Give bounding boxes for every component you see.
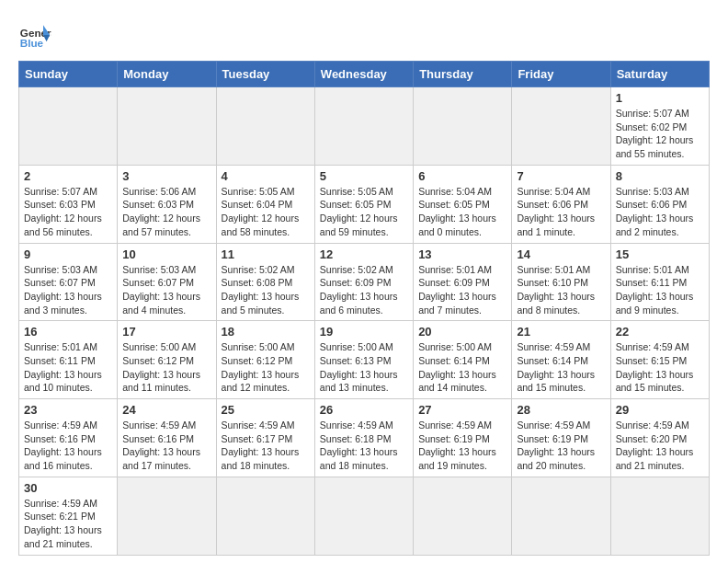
calendar-cell <box>414 87 512 166</box>
day-info: Sunrise: 5:07 AMSunset: 6:03 PMDaylight:… <box>24 185 112 239</box>
day-number: 20 <box>418 325 506 339</box>
calendar-week-row: 2Sunrise: 5:07 AMSunset: 6:03 PMDaylight… <box>19 165 710 243</box>
calendar-cell: 22Sunrise: 4:59 AMSunset: 6:15 PMDayligh… <box>610 321 709 399</box>
logo: General Blue <box>18 18 51 52</box>
calendar-cell <box>610 477 709 555</box>
calendar-cell: 6Sunrise: 5:04 AMSunset: 6:05 PMDaylight… <box>414 165 512 243</box>
day-info: Sunrise: 5:03 AMSunset: 6:07 PMDaylight:… <box>24 263 112 317</box>
day-info: Sunrise: 5:00 AMSunset: 6:12 PMDaylight:… <box>222 340 310 395</box>
day-info: Sunrise: 5:01 AMSunset: 6:10 PMDaylight:… <box>517 263 605 317</box>
day-number: 23 <box>24 403 112 417</box>
day-number: 10 <box>122 247 210 261</box>
day-number: 25 <box>222 403 310 417</box>
calendar-cell: 21Sunrise: 4:59 AMSunset: 6:14 PMDayligh… <box>512 321 610 399</box>
day-info: Sunrise: 5:00 AMSunset: 6:14 PMDaylight:… <box>418 340 506 395</box>
calendar-cell: 5Sunrise: 5:05 AMSunset: 6:05 PMDaylight… <box>314 165 413 243</box>
calendar-week-row: 9Sunrise: 5:03 AMSunset: 6:07 PMDaylight… <box>19 243 710 321</box>
day-info: Sunrise: 5:02 AMSunset: 6:08 PMDaylight:… <box>222 263 310 317</box>
day-number: 24 <box>122 403 210 417</box>
day-info: Sunrise: 5:00 AMSunset: 6:13 PMDaylight:… <box>320 340 408 395</box>
calendar-cell <box>314 477 413 555</box>
calendar-cell: 28Sunrise: 4:59 AMSunset: 6:19 PMDayligh… <box>512 399 610 477</box>
calendar-cell: 25Sunrise: 4:59 AMSunset: 6:17 PMDayligh… <box>216 399 314 477</box>
day-number: 29 <box>616 403 704 417</box>
calendar-cell <box>512 87 610 166</box>
weekday-header-wednesday: Wednesday <box>314 62 413 87</box>
day-number: 2 <box>24 169 112 183</box>
calendar-week-row: 1Sunrise: 5:07 AMSunset: 6:02 PMDaylight… <box>19 87 710 166</box>
calendar-cell: 8Sunrise: 5:03 AMSunset: 6:06 PMDaylight… <box>610 165 709 243</box>
calendar-cell: 19Sunrise: 5:00 AMSunset: 6:13 PMDayligh… <box>314 321 413 399</box>
day-number: 26 <box>320 403 408 417</box>
day-info: Sunrise: 5:04 AMSunset: 6:05 PMDaylight:… <box>418 185 506 239</box>
day-number: 28 <box>517 403 605 417</box>
calendar-cell: 24Sunrise: 4:59 AMSunset: 6:16 PMDayligh… <box>118 399 216 477</box>
day-number: 1 <box>616 91 704 105</box>
day-number: 3 <box>122 169 210 183</box>
calendar-cell <box>414 477 512 555</box>
weekday-header-tuesday: Tuesday <box>216 62 314 87</box>
day-info: Sunrise: 4:59 AMSunset: 6:17 PMDaylight:… <box>222 419 310 473</box>
logo-icon: General Blue <box>18 18 51 52</box>
calendar-cell: 18Sunrise: 5:00 AMSunset: 6:12 PMDayligh… <box>216 321 314 399</box>
day-info: Sunrise: 4:59 AMSunset: 6:19 PMDaylight:… <box>517 419 605 473</box>
day-number: 13 <box>418 247 506 261</box>
calendar-cell: 27Sunrise: 4:59 AMSunset: 6:19 PMDayligh… <box>414 399 512 477</box>
day-number: 30 <box>24 481 112 495</box>
calendar-table: SundayMondayTuesdayWednesdayThursdayFrid… <box>18 61 710 556</box>
day-info: Sunrise: 5:01 AMSunset: 6:09 PMDaylight:… <box>418 263 506 317</box>
calendar-cell: 29Sunrise: 4:59 AMSunset: 6:20 PMDayligh… <box>610 399 709 477</box>
day-number: 7 <box>517 169 605 183</box>
calendar-cell <box>216 477 314 555</box>
day-info: Sunrise: 4:59 AMSunset: 6:15 PMDaylight:… <box>616 340 704 395</box>
day-info: Sunrise: 4:59 AMSunset: 6:14 PMDaylight:… <box>517 340 605 395</box>
day-number: 9 <box>24 247 112 261</box>
calendar-cell: 7Sunrise: 5:04 AMSunset: 6:06 PMDaylight… <box>512 165 610 243</box>
calendar-cell: 17Sunrise: 5:00 AMSunset: 6:12 PMDayligh… <box>118 321 216 399</box>
calendar-cell: 20Sunrise: 5:00 AMSunset: 6:14 PMDayligh… <box>414 321 512 399</box>
calendar-cell: 9Sunrise: 5:03 AMSunset: 6:07 PMDaylight… <box>19 243 118 321</box>
weekday-header-friday: Friday <box>512 62 610 87</box>
day-info: Sunrise: 5:03 AMSunset: 6:07 PMDaylight:… <box>122 263 210 317</box>
page-header: General Blue <box>18 18 710 52</box>
day-info: Sunrise: 4:59 AMSunset: 6:21 PMDaylight:… <box>24 497 112 551</box>
day-number: 8 <box>616 169 704 183</box>
calendar-cell: 10Sunrise: 5:03 AMSunset: 6:07 PMDayligh… <box>118 243 216 321</box>
calendar-cell <box>512 477 610 555</box>
weekday-header-sunday: Sunday <box>19 62 118 87</box>
calendar-week-row: 23Sunrise: 4:59 AMSunset: 6:16 PMDayligh… <box>19 399 710 477</box>
day-info: Sunrise: 5:01 AMSunset: 6:11 PMDaylight:… <box>24 340 112 395</box>
weekday-header-saturday: Saturday <box>610 62 709 87</box>
calendar-cell: 1Sunrise: 5:07 AMSunset: 6:02 PMDaylight… <box>610 87 709 166</box>
calendar-cell <box>314 87 413 166</box>
day-number: 21 <box>517 325 605 339</box>
day-number: 14 <box>517 247 605 261</box>
calendar-cell: 4Sunrise: 5:05 AMSunset: 6:04 PMDaylight… <box>216 165 314 243</box>
day-info: Sunrise: 4:59 AMSunset: 6:19 PMDaylight:… <box>418 419 506 473</box>
day-info: Sunrise: 4:59 AMSunset: 6:20 PMDaylight:… <box>616 419 704 473</box>
calendar-cell <box>118 477 216 555</box>
day-number: 11 <box>222 247 310 261</box>
day-number: 4 <box>222 169 310 183</box>
day-info: Sunrise: 5:02 AMSunset: 6:09 PMDaylight:… <box>320 263 408 317</box>
calendar-cell <box>19 87 118 166</box>
day-info: Sunrise: 5:04 AMSunset: 6:06 PMDaylight:… <box>517 185 605 239</box>
day-number: 18 <box>222 325 310 339</box>
calendar-week-row: 30Sunrise: 4:59 AMSunset: 6:21 PMDayligh… <box>19 477 710 555</box>
weekday-header-thursday: Thursday <box>414 62 512 87</box>
calendar-cell <box>118 87 216 166</box>
day-info: Sunrise: 5:05 AMSunset: 6:04 PMDaylight:… <box>222 185 310 239</box>
calendar-cell: 3Sunrise: 5:06 AMSunset: 6:03 PMDaylight… <box>118 165 216 243</box>
calendar-cell: 2Sunrise: 5:07 AMSunset: 6:03 PMDaylight… <box>19 165 118 243</box>
day-info: Sunrise: 5:06 AMSunset: 6:03 PMDaylight:… <box>122 185 210 239</box>
day-info: Sunrise: 4:59 AMSunset: 6:18 PMDaylight:… <box>320 419 408 473</box>
calendar-cell: 26Sunrise: 4:59 AMSunset: 6:18 PMDayligh… <box>314 399 413 477</box>
day-info: Sunrise: 4:59 AMSunset: 6:16 PMDaylight:… <box>24 419 112 473</box>
day-info: Sunrise: 5:03 AMSunset: 6:06 PMDaylight:… <box>616 185 704 239</box>
calendar-cell: 15Sunrise: 5:01 AMSunset: 6:11 PMDayligh… <box>610 243 709 321</box>
calendar-week-row: 16Sunrise: 5:01 AMSunset: 6:11 PMDayligh… <box>19 321 710 399</box>
calendar-cell: 14Sunrise: 5:01 AMSunset: 6:10 PMDayligh… <box>512 243 610 321</box>
day-number: 12 <box>320 247 408 261</box>
day-number: 22 <box>616 325 704 339</box>
day-info: Sunrise: 4:59 AMSunset: 6:16 PMDaylight:… <box>122 419 210 473</box>
